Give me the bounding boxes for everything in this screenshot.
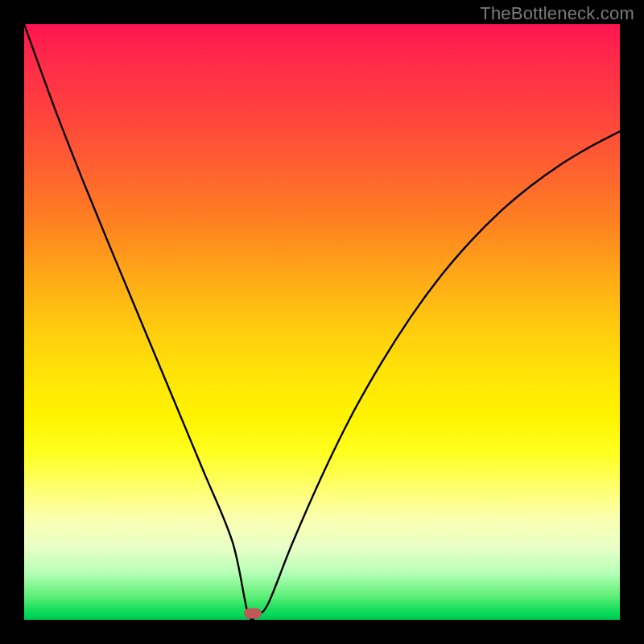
chart-frame: TheBottleneck.com: [0, 0, 644, 644]
curve-path: [24, 24, 620, 620]
plot-area: [24, 24, 620, 620]
minimum-marker: [244, 608, 262, 618]
watermark-text: TheBottleneck.com: [480, 3, 634, 24]
bottleneck-curve: [24, 24, 620, 620]
